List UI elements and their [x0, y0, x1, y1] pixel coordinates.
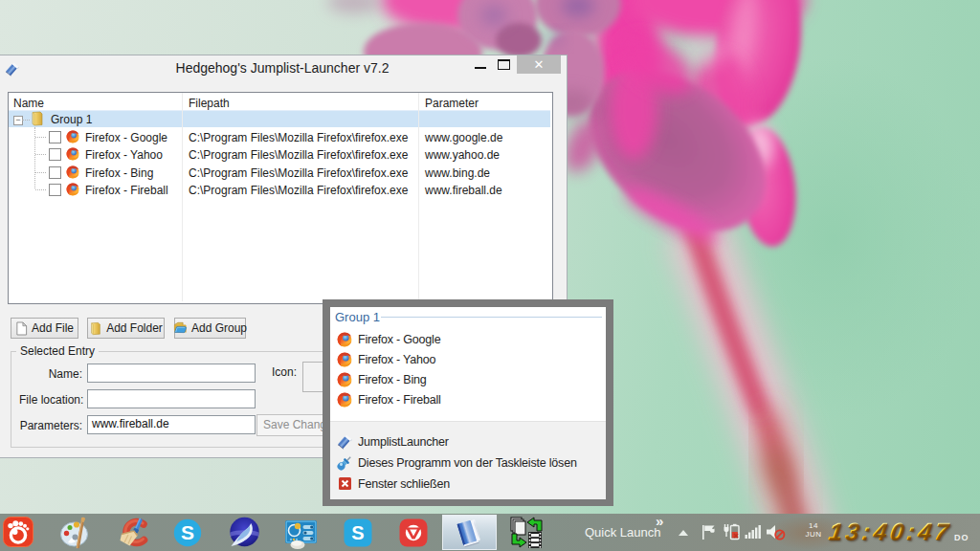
- svg-text:S: S: [181, 521, 194, 543]
- svg-text:S: S: [351, 522, 364, 543]
